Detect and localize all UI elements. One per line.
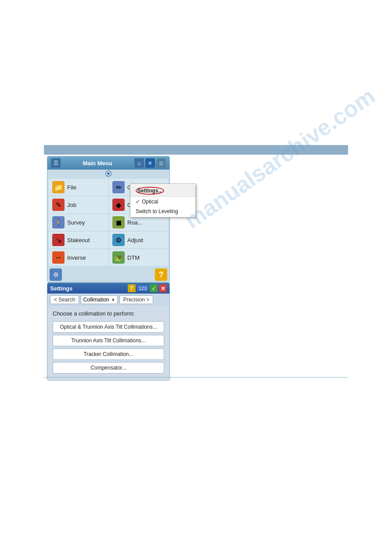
settings-123-icon[interactable]: 123 <box>137 285 148 291</box>
dropdown-arrow-icon: ▼ <box>111 297 115 302</box>
gps-icon[interactable]: ⊞ <box>145 158 155 168</box>
menu-item-file[interactable]: 📁 File <box>49 179 108 196</box>
road-label: Roa... <box>127 219 143 226</box>
search-button[interactable]: < Search <box>50 295 79 304</box>
adjust-icon: ⚙ <box>112 234 125 246</box>
header-divider-bar <box>44 145 348 155</box>
radio-dot-inner <box>107 172 110 175</box>
context-switch-item[interactable]: Switch to Leveling <box>130 207 195 216</box>
bottom-divider <box>44 377 348 377</box>
radio-button[interactable] <box>105 170 111 177</box>
menu-item-stakeout[interactable]: ↘ Stakeout <box>49 232 108 248</box>
list-icon[interactable]: ☰ <box>51 158 61 168</box>
context-settings-item[interactable]: Settings... <box>130 185 195 197</box>
menu-bottom-row: ⚙ ? <box>47 267 169 282</box>
settings-ellipse-decoration: Settings... <box>136 187 164 195</box>
context-optical-item[interactable]: ✓ Optical <box>130 197 195 207</box>
optical-checkmark: ✓ <box>136 199 140 205</box>
menu-item-job[interactable]: ✎ Job <box>49 196 108 213</box>
menu-item-dtm[interactable]: 🐢 DTM <box>109 249 168 266</box>
adjust-label: Adjust <box>127 237 143 243</box>
collimation-dropdown-label: Collimation <box>83 297 109 303</box>
inverse-icon: ↔ <box>52 251 65 264</box>
menu-item-survey[interactable]: 🚶 Survey <box>49 214 108 231</box>
stakeout-label: Stakeout <box>67 237 90 243</box>
job-icon: ✎ <box>52 199 65 211</box>
extra-icon[interactable]: ⊡ <box>156 158 166 168</box>
optical-trunnion-btn[interactable]: Optical & Trunnion Axis Tilt Collimation… <box>53 321 164 333</box>
dtm-icon: 🐢 <box>112 251 125 264</box>
inverse-label: Inverse <box>67 254 86 261</box>
settings-title-icons: ? 123 ✓ ✕ <box>128 284 167 292</box>
home-icon[interactable]: ⌂ <box>134 158 144 168</box>
stakeout-icon: ↘ <box>52 234 65 246</box>
watermark-text: manualsarchive.com <box>180 83 380 234</box>
settings-nav-row: < Search Collimation ▼ Precision > <box>47 294 169 306</box>
cur-icon: ◆ <box>112 199 125 211</box>
switch-label: Switch to Leveling <box>136 208 178 214</box>
survey-icon: 🚶 <box>52 216 65 229</box>
main-menu-title: Main Menu <box>61 160 134 167</box>
settings-label: Settings... <box>137 188 162 194</box>
settings-confirm-icon[interactable]: ✓ <box>150 284 158 292</box>
optical-label: Optical <box>142 199 158 205</box>
tracker-btn[interactable]: Tracker Collimation... <box>53 348 164 360</box>
main-menu-window: ☰ Main Menu ⌂ ⊞ ⊡ 📁 File ✏ Cogo ✎ Job ◆ … <box>47 156 170 283</box>
settings-title: Settings <box>50 285 72 292</box>
cogo-icon: ✏ <box>112 181 125 193</box>
help-icon[interactable]: ? <box>155 268 167 281</box>
bottom-nav-icon[interactable]: ⚙ <box>50 268 62 281</box>
trunnion-btn[interactable]: Trunnion Axis Tilt Collimations... <box>53 335 164 346</box>
road-icon: ◼ <box>112 216 125 229</box>
precision-button[interactable]: Precision > <box>119 295 154 304</box>
settings-close-icon[interactable]: ✕ <box>159 284 167 292</box>
menu-item-adjust[interactable]: ⚙ Adjust <box>109 232 168 248</box>
settings-body: Choose a collimation to perform: Optical… <box>47 306 169 380</box>
main-menu-titlebar: ☰ Main Menu ⌂ ⊞ ⊡ <box>47 156 169 170</box>
compensator-btn[interactable]: Compensator... <box>53 362 164 374</box>
menu-item-inverse[interactable]: ↔ Inverse <box>49 249 108 266</box>
context-menu-popup: Settings... ✓ Optical Switch to Leveling <box>130 184 196 218</box>
settings-window: Settings ? 123 ✓ ✕ < Search Collimation … <box>47 283 170 381</box>
radio-row <box>47 170 169 178</box>
collimation-dropdown[interactable]: Collimation ▼ <box>81 295 117 304</box>
job-label: Job <box>67 202 76 208</box>
survey-label: Survey <box>67 219 85 226</box>
settings-help-icon[interactable]: ? <box>128 284 136 292</box>
file-label: File <box>67 184 76 191</box>
choose-label: Choose a collimation to perform: <box>53 310 164 317</box>
file-icon: 📁 <box>52 181 65 193</box>
settings-titlebar: Settings ? 123 ✓ ✕ <box>47 283 169 294</box>
dtm-label: DTM <box>127 254 140 261</box>
